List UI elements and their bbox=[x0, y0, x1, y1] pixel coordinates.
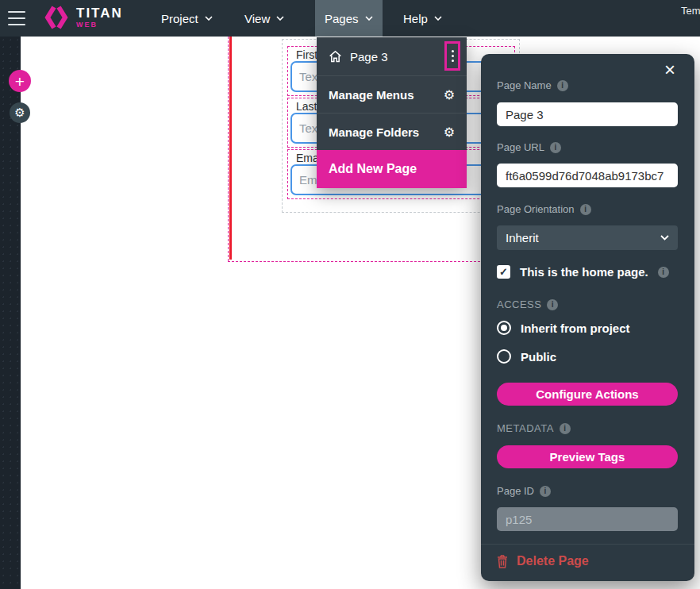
page-name-input[interactable] bbox=[497, 102, 678, 126]
info-icon[interactable]: i bbox=[557, 80, 568, 91]
menu-item-label: Page 3 bbox=[350, 50, 388, 64]
chevron-down-icon bbox=[365, 16, 373, 21]
home-page-checkbox-row[interactable]: ✓ This is the home page. i bbox=[497, 265, 669, 279]
page-id-input bbox=[497, 507, 678, 531]
chevron-down-icon bbox=[205, 16, 213, 21]
info-icon[interactable]: i bbox=[580, 204, 591, 215]
page-name-label: Page Name i bbox=[497, 79, 568, 91]
hamburger-menu-icon[interactable] bbox=[8, 11, 25, 25]
delete-page-label: Delete Page bbox=[517, 554, 589, 568]
access-radio-inherit[interactable]: Inherit from project bbox=[497, 321, 630, 335]
trash-icon bbox=[497, 555, 508, 568]
page-settings-panel: × Page Name i Page URL i Page Orientatio… bbox=[481, 54, 694, 581]
nav-help[interactable]: Help bbox=[403, 0, 442, 37]
selection-dashed-guide-vertical bbox=[228, 37, 229, 261]
nav-pages[interactable]: Pages bbox=[315, 0, 383, 37]
plus-icon: + bbox=[15, 73, 25, 90]
menu-item-add-new-page[interactable]: Add New Page bbox=[317, 150, 467, 188]
metadata-section-heading: METADATA i bbox=[497, 422, 571, 434]
pages-dropdown-menu: Page 3 Manage Menus ⚙ Manage Folders ⚙ A… bbox=[317, 37, 467, 188]
radio-selected-icon[interactable] bbox=[497, 321, 511, 335]
red-edge-guide bbox=[229, 37, 232, 260]
page-url-label: Page URL i bbox=[497, 141, 561, 153]
page-options-kebab-button[interactable] bbox=[444, 41, 460, 71]
close-icon[interactable]: × bbox=[659, 59, 681, 81]
info-icon[interactable]: i bbox=[547, 299, 558, 310]
nav-project-label: Project bbox=[161, 12, 198, 25]
checkbox-checked-icon[interactable]: ✓ bbox=[497, 265, 510, 279]
brand-title: TITAN bbox=[76, 6, 123, 21]
info-icon[interactable]: i bbox=[560, 423, 571, 434]
access-section-heading: ACCESS i bbox=[497, 298, 558, 310]
menu-item-page-3[interactable]: Page 3 bbox=[317, 37, 467, 75]
nav-view[interactable]: View bbox=[244, 0, 284, 37]
radio-label: Inherit from project bbox=[521, 321, 630, 335]
access-radio-public[interactable]: Public bbox=[497, 349, 556, 364]
nav-help-label: Help bbox=[403, 12, 428, 25]
menu-item-label: Manage Folders bbox=[329, 125, 419, 139]
chevron-down-icon bbox=[276, 16, 284, 21]
info-icon[interactable]: i bbox=[550, 142, 561, 153]
gear-icon: ⚙ bbox=[444, 87, 455, 102]
nav-project[interactable]: Project bbox=[161, 0, 213, 37]
gear-icon: ⚙ bbox=[14, 106, 25, 120]
info-icon[interactable]: i bbox=[658, 267, 669, 278]
menu-item-label: Manage Menus bbox=[329, 88, 414, 102]
page-orientation-label: Page Orientation i bbox=[497, 203, 591, 215]
chevron-down-icon bbox=[434, 16, 442, 21]
panel-divider bbox=[481, 544, 694, 545]
page-id-label: Page ID i bbox=[497, 485, 551, 497]
info-icon[interactable]: i bbox=[540, 486, 551, 497]
selected-option: Inherit bbox=[506, 231, 539, 244]
home-icon bbox=[329, 50, 342, 64]
titan-logo-icon bbox=[43, 5, 70, 30]
home-page-checkbox-label: This is the home page. bbox=[520, 265, 648, 279]
radio-unselected-icon[interactable] bbox=[497, 349, 511, 364]
topbar: TITAN WEB Project View Pages Help Tem bbox=[0, 0, 700, 37]
menu-item-manage-folders[interactable]: Manage Folders ⚙ bbox=[317, 113, 467, 150]
app-window: First name Text Last name Text Email Ema… bbox=[0, 0, 700, 589]
nav-pages-label: Pages bbox=[325, 12, 359, 25]
gear-icon: ⚙ bbox=[444, 125, 455, 140]
menu-item-manage-menus[interactable]: Manage Menus ⚙ bbox=[317, 75, 467, 113]
nav-view-label: View bbox=[244, 12, 270, 25]
delete-page-button[interactable]: Delete Page bbox=[497, 554, 589, 568]
topbar-right-text: Tem bbox=[681, 5, 700, 17]
menu-item-label: Add New Page bbox=[329, 162, 417, 176]
preview-tags-button[interactable]: Preview Tags bbox=[497, 445, 678, 468]
brand-subtitle: WEB bbox=[76, 21, 123, 29]
configure-actions-button[interactable]: Configure Actions bbox=[497, 383, 678, 406]
chevron-down-icon bbox=[660, 235, 669, 241]
radio-label: Public bbox=[521, 350, 556, 364]
page-url-input[interactable] bbox=[497, 164, 678, 187]
brand: TITAN WEB bbox=[43, 5, 123, 30]
add-element-button[interactable]: + bbox=[9, 70, 31, 92]
page-orientation-select[interactable]: Inherit bbox=[497, 225, 678, 250]
canvas-settings-button[interactable]: ⚙ bbox=[10, 102, 30, 123]
